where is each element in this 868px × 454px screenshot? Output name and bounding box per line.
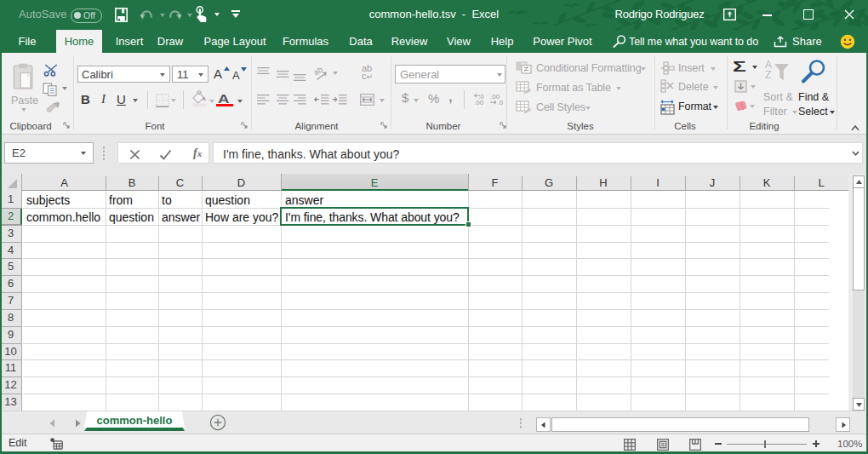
svg-text:.0: .0 (478, 93, 484, 101)
svg-text:.0: .0 (498, 99, 504, 106)
